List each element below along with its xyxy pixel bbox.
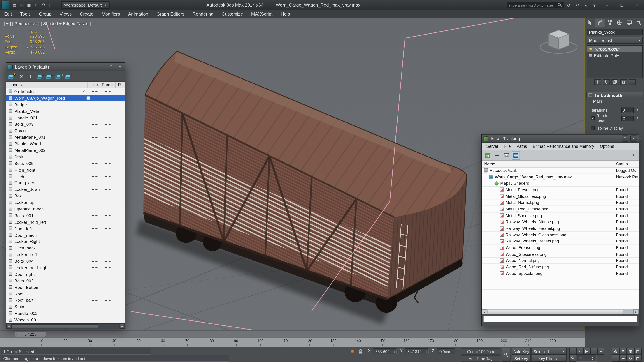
layer-row-chain[interactable]: Chain– –– – (6, 127, 125, 134)
set-keys-button[interactable] (502, 348, 511, 362)
layer-row-metalplane-001[interactable]: MetalPlane_001– –– – (6, 134, 125, 140)
selection-lock-icon[interactable] (358, 349, 363, 354)
layer-row-roof-part[interactable]: Roof_part– –– – (6, 297, 125, 303)
render-iters-spinner[interactable]: ▴▾ (636, 116, 639, 120)
stack-item-turbosmooth[interactable]: TurboSmooth (587, 45, 642, 52)
asset-dialog-titlebar[interactable]: Asset Tracking □ × (482, 135, 638, 143)
asset-help-button[interactable]: ? (629, 151, 637, 159)
freeze-toggle[interactable]: – – (103, 89, 113, 93)
layer-row-stair[interactable]: Stair– –– – (6, 153, 125, 160)
hide-toggle[interactable]: – – (90, 318, 100, 321)
modifier-enabled-bulb-icon[interactable] (589, 47, 592, 50)
freeze-toggle[interactable]: – – (103, 318, 113, 321)
scroll-right-icon[interactable]: ▸ (120, 324, 125, 329)
sign-in-icon[interactable]: ⚙ (565, 1, 572, 8)
layer-row-handle-001[interactable]: Handle_001– –– – (6, 114, 125, 121)
asset-menu-options[interactable]: Options (597, 144, 617, 149)
set-current-layer-button[interactable]: ↑ (55, 72, 63, 80)
hide-toggle[interactable]: – – (90, 89, 100, 93)
asset-horizontal-scrollbar[interactable]: ◂ ▸ (482, 309, 638, 315)
asset-refresh-button[interactable] (484, 151, 492, 159)
hide-toggle[interactable]: – – (90, 168, 100, 171)
asset-thumbnail-view-button[interactable] (502, 151, 510, 159)
hide-toggle[interactable]: – – (90, 148, 100, 152)
tab-modify[interactable] (595, 18, 605, 27)
tab-create[interactable] (585, 18, 595, 27)
maximize-button[interactable]: □ (614, 0, 629, 10)
hide-toggle[interactable]: – – (90, 155, 100, 159)
hide-toggle[interactable]: – – (90, 240, 100, 243)
asset-menu-file[interactable]: File (501, 144, 514, 149)
layer-row-locker-right[interactable]: Locker_Right– –– – (6, 238, 125, 245)
freeze-toggle[interactable]: – – (103, 174, 113, 178)
previous-frame-button[interactable]: ‹ (576, 348, 583, 355)
application-menu-button[interactable] (1, 1, 9, 9)
layer-row-cart-place[interactable]: Cart_place– –– – (6, 180, 125, 186)
freeze-toggle[interactable]: – – (103, 292, 113, 296)
help-icon[interactable]: ? (591, 1, 598, 8)
hide-toggle[interactable]: – – (90, 103, 100, 106)
project-folder-icon[interactable]: ◫ (48, 1, 55, 8)
layer-row-hitch[interactable]: Hitch– –– – (6, 173, 125, 180)
layer-row-door-right[interactable]: Door_right– –– – (6, 271, 125, 277)
hide-toggle[interactable]: – – (90, 201, 100, 204)
asset-table-view-button[interactable] (512, 151, 520, 159)
asset-row-metal-glossiness-png[interactable]: Metal_Glossiness.pngFound (482, 193, 638, 200)
tab-utilities[interactable] (634, 18, 644, 27)
minimize-button[interactable]: – (600, 0, 614, 10)
layer-row-bolts-003[interactable]: Bolts_003– –– – (6, 121, 125, 127)
menu-item-views[interactable]: Views (56, 10, 76, 18)
y-coord-field[interactable]: 347.842cm (405, 349, 429, 354)
asset-row-railway-wheels-diffuse-png[interactable]: Railway_Wheels_Diffuse.pngFound (482, 219, 638, 226)
make-unique-button[interactable] (611, 79, 618, 85)
next-frame-button[interactable]: › (590, 348, 597, 355)
viewport-label[interactable]: [ + ] [ Perspective ] [ Shaded + Edged F… (4, 21, 91, 26)
layer-row-roof[interactable]: Roof– –– – (6, 291, 125, 297)
column-hide[interactable]: Hide (90, 82, 98, 87)
hide-toggle[interactable]: – – (90, 129, 100, 132)
stack-item-editable-poly[interactable]: Editable Poly (587, 52, 642, 59)
modifier-list-dropdown[interactable]: Modifier List ▼ (587, 37, 643, 43)
menu-item-edit[interactable]: Edit (0, 10, 16, 18)
asset-column-name[interactable]: Name (482, 161, 614, 167)
hide-toggle[interactable]: – – (90, 233, 100, 237)
layer-row-wheels-002[interactable]: Wheels_002– –– – (6, 323, 125, 324)
dialog-close-icon[interactable]: × (117, 64, 123, 70)
scroll-left-icon[interactable]: ◂ (482, 310, 487, 315)
scroll-track[interactable] (12, 324, 120, 329)
layer-row-roof-bottom[interactable]: Roof_Bottom– –– – (6, 284, 125, 291)
layer-row-door-mech[interactable]: Door_mech– –– – (6, 232, 125, 238)
layer-row-stairs[interactable]: Stairs– –– – (6, 303, 125, 310)
asset-row-railway-wheels-reflect-png[interactable]: Railway_Wheels_Reflect.pngFound (482, 238, 638, 245)
open-file-icon[interactable]: ◰ (18, 1, 26, 8)
hide-toggle[interactable]: – – (90, 266, 100, 269)
menu-item-rendering[interactable]: Rendering (188, 10, 218, 18)
layer-row-hitch-back[interactable]: Hitch_back– –– – (6, 245, 125, 251)
status-indicator-icon[interactable] (351, 350, 354, 353)
freeze-toggle[interactable]: – – (103, 103, 113, 106)
asset-menu-server[interactable]: Server (484, 144, 501, 149)
favorites-icon[interactable]: ★ (582, 1, 589, 8)
slider-prev-icon[interactable]: ‹ (16, 333, 18, 336)
layer-row-wheels-001[interactable]: Wheels_001– –– – (6, 317, 125, 323)
hide-toggle[interactable]: – – (90, 214, 100, 217)
layer-row-bolts-001[interactable]: Bolts_001– –– – (6, 212, 125, 219)
menu-item-animation[interactable]: Animation (124, 10, 152, 18)
tab-motion[interactable] (615, 18, 624, 27)
asset-row-wood-normal-png[interactable]: Wood_Normal.pngFound (482, 258, 638, 264)
configure-modifier-sets-button[interactable] (629, 79, 636, 85)
freeze-toggle[interactable]: – – (103, 220, 113, 224)
x-coord-field[interactable]: 555.609cm (373, 349, 397, 354)
layer-row-opening-mech[interactable]: Opening_mech– –– – (6, 206, 125, 212)
cargo-wagon-object[interactable] (143, 51, 466, 313)
menu-item-help[interactable]: Help (277, 10, 294, 18)
freeze-toggle[interactable]: – – (103, 246, 113, 250)
freeze-toggle[interactable]: – – (103, 253, 113, 256)
asset-row-metal-fresnel-png[interactable]: Metal_Fresnel.pngFound (482, 187, 638, 193)
layer-row-box[interactable]: Box– –– – (6, 193, 125, 199)
turbosmooth-rollout-header[interactable]: – TurboSmooth (586, 92, 643, 98)
layer-row-0-default[interactable]: 0 (default)✓– –– – (6, 88, 125, 95)
layer-row-handle-002[interactable]: Handle_002– –– – (6, 310, 125, 317)
key-mode-toggle-button[interactable] (569, 355, 576, 362)
freeze-toggle[interactable]: – – (103, 279, 113, 282)
